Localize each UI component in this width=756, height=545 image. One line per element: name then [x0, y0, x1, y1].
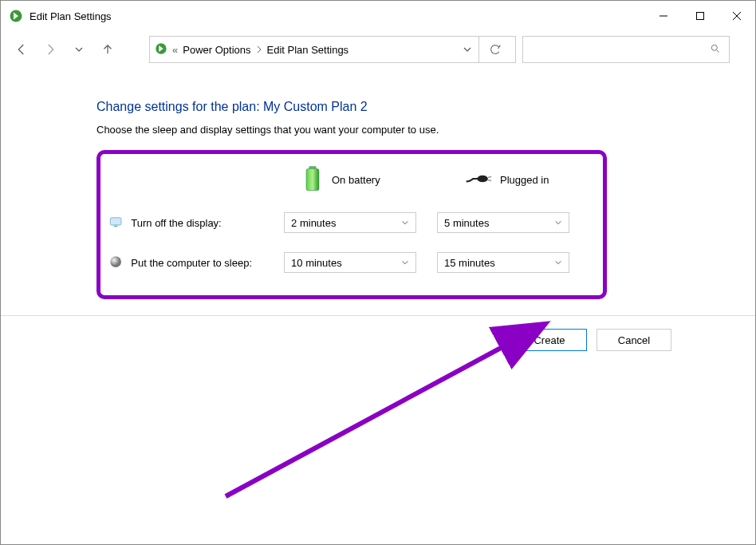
- svg-point-15: [110, 256, 121, 267]
- svg-point-6: [711, 45, 717, 50]
- page-title: Change settings for the plan: My Custom …: [96, 100, 707, 114]
- sleep-plugged-dropdown[interactable]: 15 minutes: [437, 252, 569, 273]
- chevron-down-icon: [554, 217, 562, 229]
- address-bar[interactable]: « Power Options Edit Plan Settings: [149, 36, 516, 63]
- svg-line-12: [488, 180, 491, 181]
- window-controls: [645, 1, 755, 31]
- footer-buttons: Create Cancel: [1, 316, 755, 351]
- chevron-down-icon: [554, 257, 562, 269]
- plugged-in-header: Plugged in: [465, 172, 549, 188]
- display-battery-dropdown[interactable]: 2 minutes: [284, 212, 416, 233]
- close-button[interactable]: [719, 1, 755, 31]
- breadcrumb-root: «: [172, 44, 178, 56]
- sleep-row-label: Put the computer to sleep:: [131, 257, 284, 269]
- minimize-button[interactable]: [645, 1, 682, 31]
- window-title: Edit Plan Settings: [30, 10, 645, 22]
- display-plugged-dropdown[interactable]: 5 minutes: [437, 212, 569, 233]
- chevron-down-icon: [401, 217, 409, 229]
- svg-line-7: [717, 49, 719, 52]
- settings-highlight-box: On battery Plugged in Turn off the disp: [96, 150, 607, 299]
- on-battery-label: On battery: [332, 174, 380, 186]
- app-icon-small: [155, 42, 167, 57]
- svg-rect-13: [110, 218, 121, 225]
- address-history-dropdown[interactable]: [456, 45, 478, 54]
- sleep-battery-dropdown[interactable]: 10 minutes: [284, 252, 416, 273]
- forward-button[interactable]: [39, 38, 61, 61]
- navigation-toolbar: « Power Options Edit Plan Settings: [1, 31, 755, 68]
- content-area: Change settings for the plan: My Custom …: [1, 68, 755, 299]
- plug-icon: [465, 172, 492, 188]
- titlebar: Edit Plan Settings: [1, 1, 755, 31]
- svg-point-10: [477, 176, 488, 183]
- display-icon: [108, 215, 123, 231]
- sleep-battery-value: 10 minutes: [291, 257, 342, 269]
- search-input[interactable]: [522, 36, 730, 63]
- display-row-label: Turn off the display:: [131, 217, 284, 229]
- back-button[interactable]: [10, 38, 33, 61]
- app-icon: [9, 9, 23, 23]
- on-battery-header: On battery: [301, 165, 465, 195]
- sleep-plugged-value: 15 minutes: [444, 257, 495, 269]
- svg-rect-8: [309, 166, 316, 168]
- display-battery-value: 2 minutes: [291, 217, 336, 229]
- maximize-button[interactable]: [682, 1, 719, 31]
- svg-rect-2: [697, 13, 704, 20]
- search-icon: [710, 43, 721, 57]
- chevron-down-icon: [401, 257, 409, 269]
- breadcrumb-edit-plan[interactable]: Edit Plan Settings: [267, 44, 349, 56]
- svg-line-16: [226, 326, 542, 496]
- up-button[interactable]: [96, 38, 119, 61]
- svg-rect-9: [306, 169, 319, 191]
- plugged-in-label: Plugged in: [500, 174, 549, 186]
- svg-line-11: [488, 176, 491, 177]
- breadcrumb-separator-icon: [256, 44, 262, 56]
- refresh-button[interactable]: [478, 36, 510, 63]
- sleep-icon: [108, 255, 123, 271]
- page-subtitle: Choose the sleep and display settings th…: [96, 124, 707, 136]
- display-setting-row: Turn off the display: 2 minutes 5 minute…: [108, 212, 590, 233]
- cancel-button[interactable]: Cancel: [597, 329, 671, 351]
- column-headers: On battery Plugged in: [108, 165, 590, 195]
- battery-icon: [301, 165, 324, 195]
- breadcrumb-power-options[interactable]: Power Options: [183, 44, 250, 56]
- create-button[interactable]: Create: [512, 329, 587, 351]
- svg-rect-14: [114, 226, 118, 227]
- display-plugged-value: 5 minutes: [444, 217, 489, 229]
- recent-locations-dropdown[interactable]: [68, 38, 90, 61]
- sleep-setting-row: Put the computer to sleep: 10 minutes 15…: [108, 252, 590, 273]
